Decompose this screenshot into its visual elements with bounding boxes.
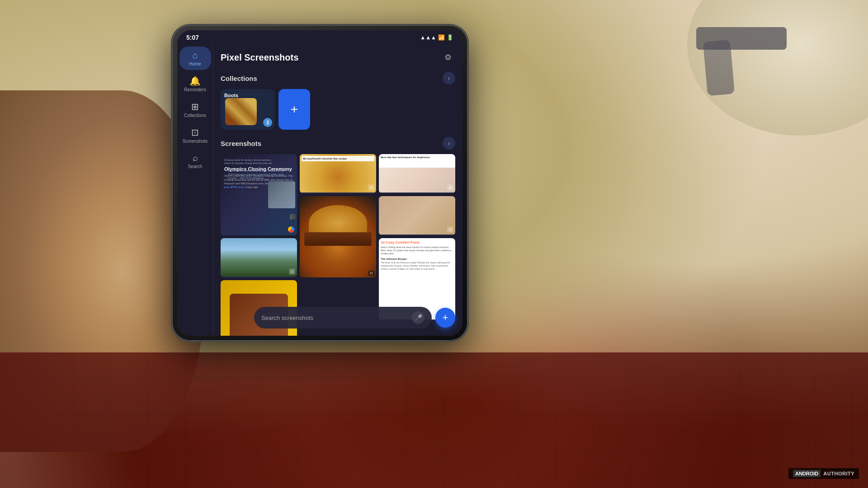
collections-title: Collections <box>221 75 257 82</box>
mic-icon: 🎤 <box>415 314 422 321</box>
sidebar-item-home[interactable]: ⌂ Home <box>179 47 211 70</box>
collection-add-button[interactable]: + <box>278 89 310 130</box>
boots-image-inner <box>225 98 257 125</box>
fab-add-button[interactable]: + <box>435 308 455 328</box>
reminders-icon: 🔔 <box>189 75 201 86</box>
food2-text: Best dip-dye techniques for beginners <box>381 156 453 160</box>
screenshot-burger[interactable]: ⊡ <box>300 196 376 277</box>
sidebar-label-search: Search <box>188 164 203 169</box>
watermark: ANDROID AUTHORITY <box>788 468 859 479</box>
page-title: Pixel Screenshots <box>221 52 298 63</box>
sidebar-item-reminders[interactable]: 🔔 Reminders <box>179 72 211 96</box>
screenshot-food1[interactable]: My boyfriend's favorite flan recipe ⊡ <box>300 154 376 193</box>
search-bar-placeholder: Search screenshots <box>261 314 408 321</box>
main-content: Pixel Screenshots ⚙ Collections › <box>213 43 462 336</box>
status-time: 5:07 <box>186 34 199 41</box>
ss-food2-content: Best dip-dye techniques for beginners ⊡ <box>379 154 455 192</box>
overflow-icon: ⋮ <box>290 214 295 220</box>
screenshots-icon: ⊡ <box>191 127 199 138</box>
status-bar: 5:07 ▲▲▲ 📶 🔋 <box>177 30 462 43</box>
ss-olympics-content: Showing results for olympics closing cer… <box>221 154 297 235</box>
watermark-android-text: ANDROID <box>793 470 821 477</box>
ss-girl-content: ⊡ <box>379 196 455 235</box>
ss-burger-content: ⊡ <box>300 196 376 277</box>
mic-button[interactable]: 🎤 <box>412 311 425 324</box>
screenshots-header: Screenshots › <box>221 137 455 150</box>
boots-thumbnail <box>225 98 257 125</box>
screenshot-food2[interactable]: Best dip-dye techniques for beginners ⊡ <box>379 154 455 193</box>
food1-overlay: My boyfriend's favorite flan recipe <box>302 156 374 161</box>
search-bar-container: Search screenshots 🎤 + <box>254 307 455 328</box>
screenshot-olympics[interactable]: Showing results for olympics closing cer… <box>221 154 297 235</box>
screenshots-title: Screenshots <box>221 140 261 147</box>
chrome-icon <box>288 226 294 233</box>
search-bar[interactable]: Search screenshots 🎤 <box>254 307 432 328</box>
settings-button[interactable]: ⚙ <box>441 50 455 65</box>
collection-name-boots: Boots <box>224 93 238 98</box>
ss-food1-content: My boyfriend's favorite flan recipe ⊡ <box>300 154 376 192</box>
comfort-subtitle: The Ultimate Burger: <box>381 257 453 261</box>
device-frame: 5:07 ▲▲▲ 📶 🔋 ⌂ Home 🔔 <box>172 25 468 341</box>
collections-header: Collections › <box>221 72 455 84</box>
sidebar-label-collections: Collections <box>184 113 206 118</box>
comfort-text: 10 Cozy Comfort Food there's nothing bea… <box>381 240 453 271</box>
landscape-badge: ⊡ <box>289 268 295 275</box>
food1-badge: ⊡ <box>368 184 374 191</box>
comfort-body: there's nothing beats the warm fuzzies o… <box>381 246 453 255</box>
screenshots-section: Screenshots › Showing results for olympi… <box>221 137 455 336</box>
settings-icon: ⚙ <box>444 52 452 62</box>
ss-landscape-content: ⊡ <box>221 238 297 277</box>
comfort-burger-text: The food: Truly the American staple! Ele… <box>381 261 453 271</box>
sidebar: ⌂ Home 🔔 Reminders ⊞ Collections ⊡ Scree… <box>177 43 213 336</box>
status-icons: ▲▲▲ 📶 🔋 <box>420 34 453 41</box>
floor-background <box>0 352 868 488</box>
sidebar-label-reminders: Reminders <box>184 87 206 92</box>
home-icon: ⌂ <box>192 50 198 61</box>
collections-row: Boots 3 + <box>221 89 455 130</box>
device-wrapper: 5:07 ▲▲▲ 📶 🔋 ⌂ Home 🔔 <box>172 25 468 341</box>
collections-section: Collections › Boots 3 <box>221 72 455 130</box>
signal-icon: ▲▲▲ <box>420 34 436 41</box>
food1-title: My boyfriend's favorite flan recipe <box>303 157 373 160</box>
olympics-photo-inner <box>268 181 295 208</box>
sidebar-item-search[interactable]: ⌕ Search <box>179 149 211 173</box>
sidebar-item-screenshots[interactable]: ⊡ Screenshots <box>179 123 211 147</box>
watermark-authority-text: AUTHORITY <box>823 471 854 476</box>
sidebar-item-collections[interactable]: ⊞ Collections <box>179 98 211 122</box>
screenshot-girl[interactable]: ⊡ <box>379 196 455 235</box>
girl-image <box>379 196 455 235</box>
olympics-photo <box>268 181 295 208</box>
girl-badge: ⊡ <box>447 226 453 233</box>
wifi-icon: 📶 <box>438 34 445 41</box>
screenshots-arrow-button[interactable]: › <box>443 137 455 150</box>
page-header: Pixel Screenshots ⚙ <box>221 50 455 65</box>
sidebar-label-home: Home <box>189 61 201 66</box>
search-icon: ⌕ <box>193 153 198 163</box>
collection-card-boots[interactable]: Boots 3 <box>221 89 275 130</box>
burger-badge: ⊡ <box>368 271 374 276</box>
collections-icon: ⊞ <box>191 101 199 112</box>
fab-icon: + <box>443 312 448 324</box>
battery-icon: 🔋 <box>447 34 453 41</box>
collection-count-badge: 3 <box>263 118 272 127</box>
food2-image <box>379 168 455 192</box>
device-screen: 5:07 ▲▲▲ 📶 🔋 ⌂ Home 🔔 <box>177 30 462 336</box>
comfort-title: 10 Cozy Comfort Food <box>381 240 453 245</box>
food2-badge: ⊡ <box>447 184 453 191</box>
app-container: ⌂ Home 🔔 Reminders ⊞ Collections ⊡ Scree… <box>177 43 462 336</box>
sidebar-label-screenshots: Screenshots <box>183 139 208 144</box>
add-icon: + <box>291 102 298 117</box>
olympics-url: https://www.nbcphiladelphia.com › When i… <box>228 169 290 180</box>
collections-arrow-button[interactable]: › <box>443 72 455 84</box>
remote-background <box>703 40 735 96</box>
screenshot-landscape[interactable]: ⊡ <box>221 238 297 277</box>
burger-patty <box>304 232 372 246</box>
